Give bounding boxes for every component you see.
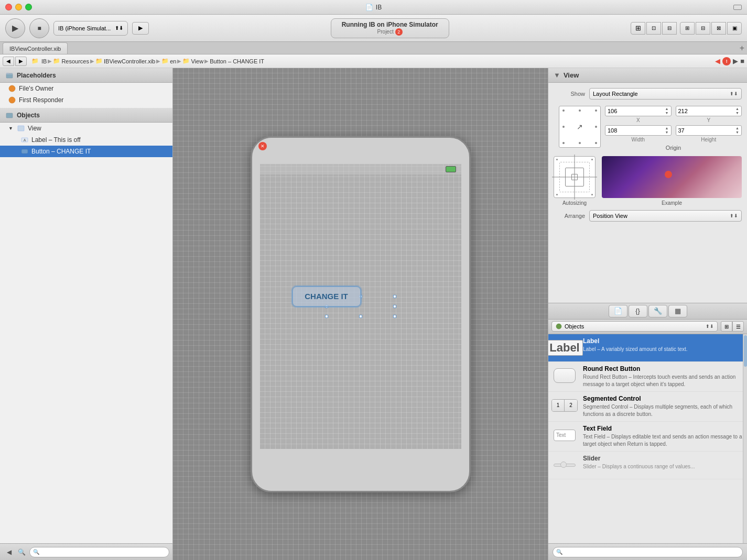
width-field: 108 ▲ ▼ Width [605,125,672,142]
segmented-widget-icon: 1 2 [551,395,578,416]
left-search-input[interactable]: 🔍 [29,547,169,557]
breadcrumb-item-8[interactable]: 📁 [182,58,190,64]
close-button[interactable] [5,4,12,10]
scrollbar[interactable] [743,334,747,544]
tab-ibviewcontroller[interactable]: IBViewController.xib [3,42,68,54]
breadcrumb-item-9[interactable]: View [191,58,203,64]
show-label: Show [554,91,585,97]
add-tab-button[interactable]: + [740,42,744,54]
iphone-close-btn[interactable]: ✕ [258,142,267,150]
y-input[interactable]: 212 ▲ ▼ [676,106,742,116]
height-stepper-up[interactable]: ▲ [735,126,739,130]
autosizing-widget[interactable] [554,156,596,198]
example-widget [602,156,742,198]
nav-alert-icon: ◀ [715,57,720,65]
nav-error-indicator[interactable]: ! [722,57,731,65]
height-stepper-down[interactable]: ▼ [735,130,739,135]
svg-point-2 [9,97,15,103]
handle-bm[interactable] [359,315,362,318]
breadcrumb-item-2[interactable]: 📁 [53,58,60,64]
svg-point-8 [556,324,561,329]
nav-next-btn[interactable]: ▶ [15,57,27,66]
width-input[interactable]: 108 ▲ ▼ [605,125,672,136]
right-panel: ▼ View Show Layout Rectangle ⬆⬇ [548,68,747,560]
action-button[interactable]: ▶ [132,22,149,35]
view-btn-6[interactable]: ⊠ [711,22,726,35]
label-item[interactable]: A Label – This is off [0,134,172,146]
breadcrumb-item-3[interactable]: Resources [61,58,89,64]
view-btn-1[interactable]: ⊞ [631,22,645,35]
right-search-input[interactable]: 🔍 [553,547,743,557]
breadcrumb: IB ▶ 📁 Resources ▶ 📁 IBViewController.xi… [41,58,264,64]
nav-expand-btn[interactable]: ■ [740,57,744,65]
library-item-segmented[interactable]: 1 2 Segmented Control Segmented Control … [548,392,747,422]
document-icon: 📄 [365,4,373,11]
nav-expand-icon[interactable]: ▶ [733,57,738,65]
inspector-tab-code[interactable]: {} [629,305,647,317]
stop-button[interactable]: ■ [29,18,49,38]
breadcrumb-item-7[interactable]: en [170,58,176,64]
change-it-button[interactable]: CHANGE IT [293,287,361,306]
library-select[interactable]: Objects ⬆⬇ [551,321,718,332]
breadcrumb-item-6[interactable]: 📁 [161,58,169,64]
handle-br[interactable] [393,315,396,318]
button-change-it-item[interactable]: Button – CHANGE IT [0,146,172,157]
x-stepper-down[interactable]: ▼ [665,111,669,115]
library-view-buttons: ⊞ ☰ [721,321,744,332]
example-image [602,156,742,198]
view-btn-2[interactable]: ⊡ [646,22,661,35]
triangle-icon: ▼ [554,71,560,79]
first-responder-item[interactable]: First Responder [0,94,172,106]
view-btn-7[interactable]: ▣ [727,22,742,35]
lib-list-view[interactable]: ☰ [732,321,744,332]
height-input[interactable]: 37 ▲ ▼ [676,125,742,136]
inspector-tab-file[interactable]: 📄 [609,305,627,317]
view-btn-3[interactable]: ⊟ [662,22,677,35]
handle-tr[interactable] [393,295,396,298]
view-btn-5[interactable]: ⊟ [696,22,710,35]
breadcrumb-item-5[interactable]: IBViewController.xib [104,58,155,64]
running-indicator: Running IB on iPhone Simulator Project 2 [153,18,626,38]
view-item[interactable]: ▼ View [0,123,172,134]
lib-grid-view[interactable]: ⊞ [721,321,732,332]
y-stepper-down[interactable]: ▼ [735,111,739,115]
breadcrumb-item-10[interactable]: Button – CHANGE IT [210,58,264,64]
width-stepper-down[interactable]: ▼ [665,130,669,135]
handle-mr[interactable] [393,305,396,308]
x-input[interactable]: 106 ▲ ▼ [605,106,672,116]
library-item-roundrect[interactable]: Round Rect Button Round Rect Button – In… [548,362,747,392]
y-stepper-up[interactable]: ▲ [735,107,739,111]
canvas-area: ✕ [173,68,548,560]
breadcrumb-item-1[interactable]: IB [41,58,47,64]
files-owner-item[interactable]: File's Owner [0,83,172,94]
arrange-dropdown[interactable]: Position View ⬆⬇ [589,210,742,222]
nav-prev-btn[interactable]: ◀ [3,57,14,66]
objects-header: Objects [0,108,172,123]
library-item-label[interactable]: Label Label Label – A variably sized amo… [548,334,747,362]
svg-rect-3 [6,113,13,118]
handle-bl[interactable] [325,315,328,318]
roundrect-widget-icon [551,365,578,386]
library-item-slider[interactable]: Slider Slider – Displays a continuous ra… [548,452,747,479]
autosizing-inner [565,168,584,186]
run-button[interactable]: ▶ [5,18,25,38]
library-item-textfield[interactable]: Text Text Field Text Field – Displays ed… [548,422,747,452]
resize-handle[interactable] [733,5,742,10]
svg-rect-7 [21,149,28,153]
scroll-thumb[interactable] [744,335,747,367]
objects-folder-icon [5,111,14,119]
inspector-header: ▼ View [548,68,747,83]
inspector-tab-grid[interactable]: ▦ [668,305,687,317]
button-selection-area[interactable]: CHANGE IT [327,297,395,316]
minimize-button[interactable] [15,4,22,10]
scheme-selector[interactable]: IB (iPhone Simulat... ⬆⬇ [53,21,128,36]
view-btn-4[interactable]: ⊞ [680,22,695,35]
width-stepper-up[interactable]: ▲ [665,126,669,130]
x-stepper-up[interactable]: ▲ [665,107,669,111]
maximize-button[interactable] [25,4,32,10]
left-search-btn[interactable]: 🔍 [16,546,27,558]
inspector-tab-object[interactable]: 🔧 [648,305,667,317]
show-dropdown[interactable]: Layout Rectangle ⬆⬇ [589,88,742,100]
left-tb-back[interactable]: ◀ [3,546,15,558]
breadcrumb-item-4[interactable]: 📁 [95,58,103,64]
